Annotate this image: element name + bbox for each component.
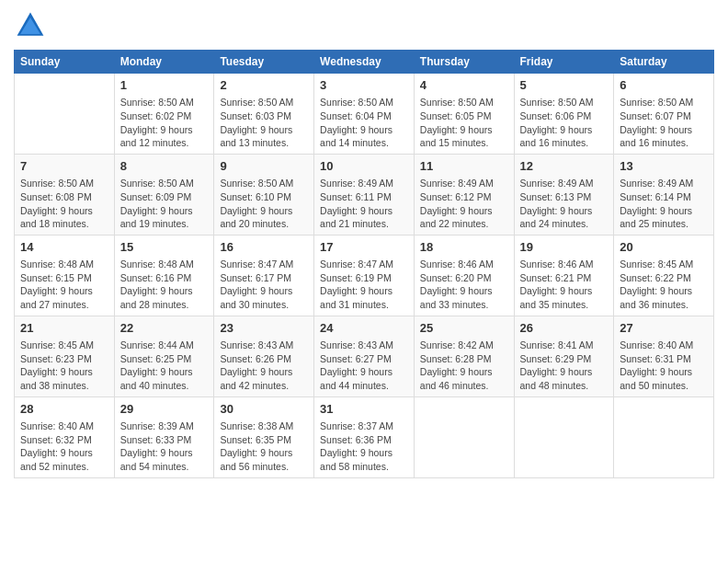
calendar-cell: 5Sunrise: 8:50 AM Sunset: 6:06 PM Daylig… — [514, 74, 614, 155]
day-number: 24 — [320, 320, 408, 337]
day-info: Sunrise: 8:50 AM Sunset: 6:03 PM Dayligh… — [220, 96, 308, 150]
day-info: Sunrise: 8:50 AM Sunset: 6:06 PM Dayligh… — [520, 96, 609, 150]
day-info: Sunrise: 8:47 AM Sunset: 6:17 PM Dayligh… — [220, 258, 308, 312]
calendar-cell: 15Sunrise: 8:48 AM Sunset: 6:16 PM Dayli… — [114, 235, 214, 316]
day-number: 8 — [120, 158, 209, 175]
calendar-cell: 22Sunrise: 8:44 AM Sunset: 6:25 PM Dayli… — [114, 316, 214, 396]
calendar-cell: 8Sunrise: 8:50 AM Sunset: 6:09 PM Daylig… — [114, 154, 214, 235]
day-info: Sunrise: 8:40 AM Sunset: 6:31 PM Dayligh… — [620, 339, 708, 393]
header-cell-friday: Friday — [514, 51, 614, 74]
day-info: Sunrise: 8:50 AM Sunset: 6:08 PM Dayligh… — [20, 177, 108, 231]
calendar-cell: 27Sunrise: 8:40 AM Sunset: 6:31 PM Dayli… — [614, 316, 714, 396]
day-number: 3 — [320, 77, 408, 94]
day-number: 27 — [620, 320, 708, 337]
day-number: 11 — [420, 158, 508, 175]
day-info: Sunrise: 8:49 AM Sunset: 6:11 PM Dayligh… — [320, 177, 408, 231]
calendar-cell: 21Sunrise: 8:45 AM Sunset: 6:23 PM Dayli… — [15, 316, 115, 396]
calendar-cell: 14Sunrise: 8:48 AM Sunset: 6:15 PM Dayli… — [15, 235, 115, 316]
header-cell-thursday: Thursday — [414, 51, 514, 74]
day-number: 6 — [620, 77, 708, 94]
day-number: 1 — [120, 77, 209, 94]
calendar-cell — [614, 396, 714, 477]
header-row: SundayMondayTuesdayWednesdayThursdayFrid… — [15, 51, 714, 74]
calendar-cell: 18Sunrise: 8:46 AM Sunset: 6:20 PM Dayli… — [414, 235, 514, 316]
calendar-cell: 7Sunrise: 8:50 AM Sunset: 6:08 PM Daylig… — [15, 154, 115, 235]
day-info: Sunrise: 8:50 AM Sunset: 6:10 PM Dayligh… — [220, 177, 308, 231]
day-info: Sunrise: 8:42 AM Sunset: 6:28 PM Dayligh… — [420, 339, 508, 393]
calendar-row: 1Sunrise: 8:50 AM Sunset: 6:02 PM Daylig… — [15, 74, 714, 155]
day-number: 26 — [520, 320, 609, 337]
day-info: Sunrise: 8:50 AM Sunset: 6:05 PM Dayligh… — [420, 96, 508, 150]
day-number: 25 — [420, 320, 508, 337]
calendar-cell — [414, 396, 514, 477]
day-info: Sunrise: 8:48 AM Sunset: 6:15 PM Dayligh… — [20, 258, 108, 312]
day-number: 20 — [620, 239, 708, 256]
day-info: Sunrise: 8:50 AM Sunset: 6:04 PM Dayligh… — [320, 96, 408, 150]
logo — [14, 9, 51, 42]
calendar-row: 7Sunrise: 8:50 AM Sunset: 6:08 PM Daylig… — [15, 154, 714, 235]
day-number: 15 — [120, 239, 209, 256]
day-info: Sunrise: 8:38 AM Sunset: 6:35 PM Dayligh… — [220, 419, 308, 474]
day-number: 21 — [20, 320, 108, 337]
calendar-cell: 13Sunrise: 8:49 AM Sunset: 6:14 PM Dayli… — [614, 154, 714, 235]
day-info: Sunrise: 8:37 AM Sunset: 6:36 PM Dayligh… — [320, 419, 408, 474]
calendar-cell: 20Sunrise: 8:45 AM Sunset: 6:22 PM Dayli… — [614, 235, 714, 316]
day-info: Sunrise: 8:50 AM Sunset: 6:09 PM Dayligh… — [120, 177, 209, 231]
day-info: Sunrise: 8:46 AM Sunset: 6:20 PM Dayligh… — [420, 258, 508, 312]
page: SundayMondayTuesdayWednesdayThursdayFrid… — [0, 0, 728, 563]
calendar-header: SundayMondayTuesdayWednesdayThursdayFrid… — [15, 51, 714, 74]
day-number: 12 — [520, 158, 609, 175]
day-number: 23 — [220, 320, 308, 337]
day-info: Sunrise: 8:49 AM Sunset: 6:13 PM Dayligh… — [520, 177, 609, 231]
calendar-row: 14Sunrise: 8:48 AM Sunset: 6:15 PM Dayli… — [15, 235, 714, 316]
day-number: 19 — [520, 239, 609, 256]
day-number: 13 — [620, 158, 708, 175]
day-info: Sunrise: 8:46 AM Sunset: 6:21 PM Dayligh… — [520, 258, 609, 312]
day-number: 29 — [120, 401, 209, 418]
calendar-cell: 24Sunrise: 8:43 AM Sunset: 6:27 PM Dayli… — [314, 316, 415, 396]
calendar-cell: 1Sunrise: 8:50 AM Sunset: 6:02 PM Daylig… — [114, 74, 214, 155]
calendar-cell: 19Sunrise: 8:46 AM Sunset: 6:21 PM Dayli… — [514, 235, 614, 316]
calendar-cell: 17Sunrise: 8:47 AM Sunset: 6:19 PM Dayli… — [314, 235, 415, 316]
calendar-cell: 10Sunrise: 8:49 AM Sunset: 6:11 PM Dayli… — [314, 154, 415, 235]
calendar-cell: 26Sunrise: 8:41 AM Sunset: 6:29 PM Dayli… — [514, 316, 614, 396]
calendar-table: SundayMondayTuesdayWednesdayThursdayFrid… — [14, 50, 714, 478]
calendar-cell: 25Sunrise: 8:42 AM Sunset: 6:28 PM Dayli… — [414, 316, 514, 396]
header — [14, 9, 714, 42]
calendar-cell: 16Sunrise: 8:47 AM Sunset: 6:17 PM Dayli… — [214, 235, 314, 316]
day-info: Sunrise: 8:49 AM Sunset: 6:12 PM Dayligh… — [420, 177, 508, 231]
day-number: 18 — [420, 239, 508, 256]
day-number: 16 — [220, 239, 308, 256]
day-info: Sunrise: 8:48 AM Sunset: 6:16 PM Dayligh… — [120, 258, 209, 312]
calendar-cell: 3Sunrise: 8:50 AM Sunset: 6:04 PM Daylig… — [314, 74, 415, 155]
day-number: 4 — [420, 77, 508, 94]
day-info: Sunrise: 8:45 AM Sunset: 6:22 PM Dayligh… — [620, 258, 708, 312]
day-info: Sunrise: 8:43 AM Sunset: 6:26 PM Dayligh… — [220, 339, 308, 393]
day-number: 2 — [220, 77, 308, 94]
header-cell-monday: Monday — [114, 51, 214, 74]
day-info: Sunrise: 8:49 AM Sunset: 6:14 PM Dayligh… — [620, 177, 708, 231]
day-number: 7 — [20, 158, 108, 175]
calendar-cell: 31Sunrise: 8:37 AM Sunset: 6:36 PM Dayli… — [314, 396, 415, 477]
calendar-cell — [15, 74, 115, 155]
calendar-cell: 30Sunrise: 8:38 AM Sunset: 6:35 PM Dayli… — [214, 396, 314, 477]
day-info: Sunrise: 8:50 AM Sunset: 6:02 PM Dayligh… — [120, 96, 209, 150]
header-cell-wednesday: Wednesday — [314, 51, 415, 74]
day-number: 17 — [320, 239, 408, 256]
calendar-cell: 6Sunrise: 8:50 AM Sunset: 6:07 PM Daylig… — [614, 74, 714, 155]
day-info: Sunrise: 8:39 AM Sunset: 6:33 PM Dayligh… — [120, 419, 209, 474]
calendar-body: 1Sunrise: 8:50 AM Sunset: 6:02 PM Daylig… — [15, 74, 714, 478]
calendar-cell: 11Sunrise: 8:49 AM Sunset: 6:12 PM Dayli… — [414, 154, 514, 235]
day-number: 14 — [20, 239, 108, 256]
calendar-cell: 23Sunrise: 8:43 AM Sunset: 6:26 PM Dayli… — [214, 316, 314, 396]
header-cell-tuesday: Tuesday — [214, 51, 314, 74]
day-info: Sunrise: 8:50 AM Sunset: 6:07 PM Dayligh… — [620, 96, 708, 150]
day-number: 31 — [320, 401, 408, 418]
header-cell-sunday: Sunday — [15, 51, 115, 74]
calendar-cell: 2Sunrise: 8:50 AM Sunset: 6:03 PM Daylig… — [214, 74, 314, 155]
calendar-cell: 28Sunrise: 8:40 AM Sunset: 6:32 PM Dayli… — [15, 396, 115, 477]
day-number: 10 — [320, 158, 408, 175]
day-info: Sunrise: 8:45 AM Sunset: 6:23 PM Dayligh… — [20, 339, 108, 393]
logo-icon — [14, 9, 47, 42]
day-number: 9 — [220, 158, 308, 175]
